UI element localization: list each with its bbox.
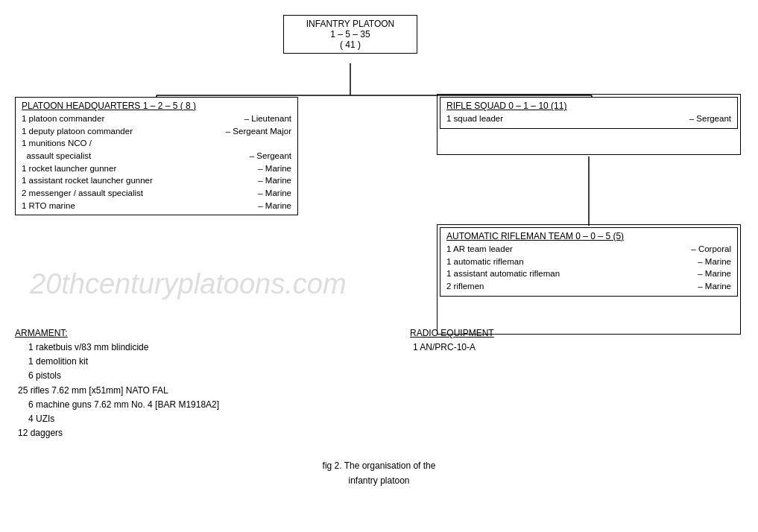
armament-item-1: 1 demolition kit (15, 355, 335, 369)
hq-row-6: 2 messenger / assault specialist – Marin… (22, 187, 291, 200)
ar-row-1: 1 automatic rifleman – Marine (446, 256, 731, 268)
hq-row-5-left: 1 assistant rocket launcher gunner (22, 174, 250, 187)
radio-item-0: 1 AN/PRC-10-A (410, 341, 634, 355)
ar-row-2-left: 1 assistant automatic rifleman (446, 267, 690, 280)
hq-row-7-right: – Marine (258, 200, 291, 212)
hq-row-1: 1 deputy platoon commander – Sergeant Ma… (22, 125, 291, 138)
ar-row-3-left: 2 riflemen (446, 280, 690, 293)
platoon-hq-box: PLATOON HEADQUARTERS 1 – 2 – 5 ( 8 ) 1 p… (15, 97, 298, 215)
hq-row-0: 1 platoon commander – Lieutenant (22, 113, 291, 125)
armament-item-0: 1 raketbuis v/83 mm blindicide (15, 341, 335, 355)
infantry-platoon-title: INFANTRY PLATOON (290, 19, 411, 29)
fig-caption-line2: infantry platoon (15, 474, 743, 488)
armament-item-3: 25 rifles 7.62 mm [x51mm] NATO FAL (15, 384, 335, 398)
ar-row-0-right: – Corporal (691, 243, 731, 256)
armament-title: ARMAMENT: (15, 328, 335, 338)
ar-team-title: AUTOMATIC RIFLEMAN TEAM 0 – 0 – 5 (5) (446, 231, 731, 241)
ar-team-box: AUTOMATIC RIFLEMAN TEAM 0 – 0 – 5 (5) 1 … (440, 227, 738, 297)
armament-item-4: 6 machine guns 7.62 mm No. 4 [BAR M1918A… (15, 398, 335, 412)
page: INFANTRY PLATOON 1 – 5 – 35 ( 41 ) PLATO… (0, 0, 758, 532)
infantry-platoon-line2: ( 41 ) (290, 39, 411, 50)
hq-row-4-right: – Marine (258, 162, 291, 175)
hq-row-1-left: 1 deputy platoon commander (22, 125, 218, 138)
hq-row-4-left: 1 rocket launcher gunner (22, 162, 250, 175)
armament-section: ARMAMENT: 1 raketbuis v/83 mm blindicide… (15, 328, 335, 440)
armament-item-2: 6 pistols (15, 369, 335, 383)
rifle-squad-title: RIFLE SQUAD 0 – 1 – 10 (11) (446, 101, 731, 111)
hq-row-2-left: 1 munitions NCO / (22, 137, 284, 150)
rifle-squad-box: RIFLE SQUAD 0 – 1 – 10 (11) 1 squad lead… (440, 97, 738, 129)
fig-caption: fig 2. The organisation of the infantry … (15, 459, 743, 487)
rifle-row-0-right: – Sergeant (689, 113, 731, 125)
hq-row-3-right: – Sergeant (250, 150, 291, 162)
hq-row-0-right: – Lieutenant (244, 113, 291, 125)
armament-item-6: 12 daggers (15, 426, 335, 440)
rifle-row-0: 1 squad leader – Sergeant (446, 113, 731, 125)
hq-row-5-right: – Marine (258, 174, 291, 187)
ar-row-3-right: – Marine (698, 280, 731, 293)
ar-row-1-right: – Marine (698, 256, 731, 268)
hq-row-7-left: 1 RTO marine (22, 200, 250, 212)
hq-row-3-left: assault specialist (22, 150, 242, 162)
ar-row-0: 1 AR team leader – Corporal (446, 243, 731, 256)
hq-row-5: 1 assistant rocket launcher gunner – Mar… (22, 174, 291, 187)
hq-row-6-left: 2 messenger / assault specialist (22, 187, 250, 200)
fig-caption-line1: fig 2. The organisation of the (15, 459, 743, 473)
watermark: 20thcenturyplatoons.com (30, 268, 347, 300)
infantry-platoon-line1: 1 – 5 – 35 (290, 29, 411, 39)
hq-title: PLATOON HEADQUARTERS 1 – 2 – 5 ( 8 ) (22, 101, 291, 111)
hq-row-4: 1 rocket launcher gunner – Marine (22, 162, 291, 175)
hq-row-1-right: – Sergeant Major (226, 125, 291, 138)
hq-row-6-right: – Marine (258, 187, 291, 200)
ar-row-3: 2 riflemen – Marine (446, 280, 731, 293)
ar-row-2: 1 assistant automatic rifleman – Marine (446, 267, 731, 280)
ar-row-0-left: 1 AR team leader (446, 243, 683, 256)
infantry-platoon-box: INFANTRY PLATOON 1 – 5 – 35 ( 41 ) (283, 15, 417, 54)
ar-row-1-left: 1 automatic rifleman (446, 256, 690, 268)
hq-row-3: assault specialist – Sergeant (22, 150, 291, 162)
armament-item-5: 4 UZIs (15, 412, 335, 426)
hq-row-2: 1 munitions NCO / (22, 137, 291, 150)
rifle-row-0-left: 1 squad leader (446, 113, 682, 125)
hq-row-7: 1 RTO marine – Marine (22, 200, 291, 212)
radio-section: RADIO EQUIPMENT 1 AN/PRC-10-A (410, 328, 634, 355)
org-chart: INFANTRY PLATOON 1 – 5 – 35 ( 41 ) PLATO… (7, 7, 751, 320)
hq-row-0-left: 1 platoon commander (22, 113, 237, 125)
ar-row-2-right: – Marine (698, 267, 731, 280)
bottom-content: ARMAMENT: 1 raketbuis v/83 mm blindicide… (7, 328, 751, 488)
radio-title: RADIO EQUIPMENT (410, 328, 634, 338)
